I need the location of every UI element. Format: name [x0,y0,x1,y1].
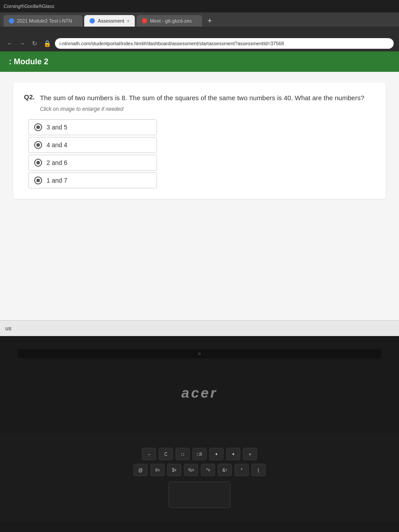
key-caret-6[interactable]: ^6 [201,464,215,476]
tab-module2[interactable]: 2021 Module2 Test i-NTN × [4,15,82,27]
option-label-1: 3 and 5 [47,124,67,131]
site-header: : Module 2 [0,51,399,72]
new-tab-button[interactable]: + [204,15,215,27]
option-3[interactable]: 2 and 6 [28,155,157,171]
tab-label-3: Meet - gtt-gkzd-zes [150,18,192,23]
radio-inner-3 [36,161,40,164]
screen-bezel [18,349,381,358]
bottom-nav-text: us [5,325,12,332]
option-4[interactable]: 1 and 7 [28,172,157,188]
enlarge-hint: Click on image to enlarge if needed [40,106,375,112]
tab-meet[interactable]: Meet - gtt-gkzd-zes × [137,15,202,27]
title-bar: Corning®Gorilla®Glass [0,0,399,12]
option-label-4: 1 and 7 [47,177,67,184]
key-at[interactable]: @ [133,464,148,476]
key-sun2[interactable]: ✦ [226,448,240,460]
key-hash-3[interactable]: #3 [150,464,164,476]
browser-chrome: Corning®Gorilla®Glass 2021 Module2 Test … [0,0,399,35]
tab-icon-1 [9,18,14,23]
address-bar: ← → ↻ 🔒 [0,35,399,51]
key-dii[interactable]: □II [192,448,207,460]
question-container: Q2. The sum of two numbers is 8. The sum… [13,82,386,199]
keyboard-row-touchpad [168,480,231,508]
back-button[interactable]: ← [5,40,14,47]
site-header-title: : Module 2 [9,57,48,66]
tab-close-1[interactable]: × [75,19,78,23]
question-header: Q2. The sum of two numbers is 8. The sum… [24,93,375,103]
radio-inner-2 [36,143,40,147]
radio-2[interactable] [34,141,42,149]
tab-assessment[interactable]: Assessment × [84,15,135,27]
key-arrow[interactable]: → [142,448,156,460]
radio-3[interactable] [34,159,42,167]
camera-dot [198,352,201,355]
tab-close-2[interactable]: × [127,19,129,23]
forward-button[interactable]: → [18,40,27,47]
url-input[interactable] [55,38,394,49]
question-number: Q2. [24,93,36,103]
radio-inner-1 [36,125,40,129]
tab-icon-3 [142,18,147,23]
key-percent-5[interactable]: %5 [184,464,198,476]
answer-options: 3 and 5 4 and 4 2 and 6 1 and 7 [28,119,375,188]
option-label-3: 2 and 6 [47,159,67,166]
tab-close-3[interactable]: × [194,19,197,23]
corning-logo: Corning®Gorilla®Glass [4,4,55,9]
option-label-2: 4 and 4 [47,141,67,149]
key-ampersand-7[interactable]: &7 [218,464,232,476]
radio-inner-4 [36,179,40,182]
reload-button[interactable]: ↻ [30,40,39,47]
radio-1[interactable] [34,123,42,131]
laptop-body: acer → C □ □II ✦ ✦ « @ #3 $4 %5 ^6 &7 * … [0,336,399,522]
tab-label-1: 2021 Module2 Test i-NTN [17,18,72,23]
tab-bar: 2021 Module2 Test i-NTN × Assessment × M… [0,12,399,27]
touchpad[interactable] [168,481,231,508]
key-back[interactable]: « [243,448,257,460]
tab-icon-2 [90,18,95,23]
option-1[interactable]: 3 and 5 [28,119,157,135]
keyboard-row-1: → C □ □II ✦ ✦ « [142,448,257,460]
key-c[interactable]: C [159,448,173,460]
key-asterisk[interactable]: * [235,464,249,476]
key-sun1[interactable]: ✦ [209,448,223,460]
radio-4[interactable] [34,176,42,184]
tab-label-2: Assessment [98,18,124,23]
key-paren[interactable]: ( [251,464,266,476]
main-content: Q2. The sum of two numbers is 8. The sum… [0,72,399,320]
option-2[interactable]: 4 and 4 [28,137,157,153]
key-dollar-4[interactable]: $4 [167,464,181,476]
bottom-nav: us [0,320,399,336]
keyboard-row-2: @ #3 $4 %5 ^6 &7 * ( [133,464,266,476]
lock-icon: 🔒 [43,40,51,47]
question-text: The sum of two numbers is 8. The sum of … [40,93,364,103]
key-square[interactable]: □ [176,448,190,460]
keyboard-area: → C □ □II ✦ ✦ « @ #3 $4 %5 ^6 &7 * ( [0,434,399,522]
acer-brand: acer [181,385,218,401]
